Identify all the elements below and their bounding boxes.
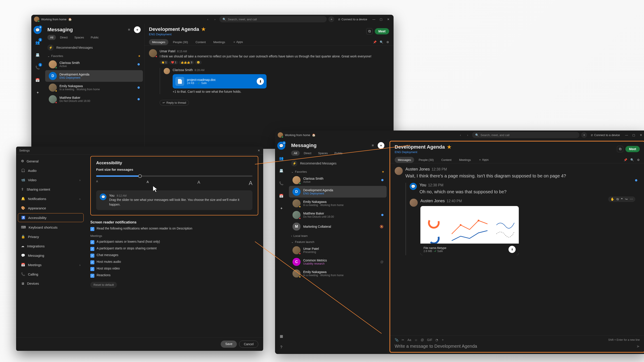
copy-icon[interactable]: ⧉ bbox=[616, 197, 619, 201]
reaction[interactable]: 👏 1 bbox=[160, 60, 168, 64]
gear-icon[interactable]: ⚙ bbox=[637, 158, 640, 162]
slider-handle[interactable] bbox=[138, 174, 142, 178]
quote-icon[interactable]: ❝ bbox=[621, 197, 623, 201]
rail-help-icon[interactable]: ? bbox=[277, 343, 285, 351]
tab-content[interactable]: Content bbox=[192, 39, 209, 45]
tab-people[interactable]: People (30) bbox=[170, 39, 191, 45]
convo-clarissa[interactable]: Clarissa SmithActive bbox=[289, 174, 386, 186]
maximize-icon[interactable]: ▢ bbox=[631, 132, 636, 138]
rail-calls-icon[interactable]: 📞 bbox=[277, 179, 285, 187]
recommended-messages[interactable]: ⚡ Recommended Messages bbox=[44, 43, 144, 52]
rail-chat-icon[interactable]: 💬4 bbox=[277, 142, 285, 150]
feature-launch-section[interactable]: ⌄Feature launch bbox=[288, 238, 388, 245]
search-input[interactable]: 🔍Search, meet, and call bbox=[472, 132, 580, 138]
search-icon[interactable]: 🔍 bbox=[380, 40, 383, 44]
opt-raise-hand[interactable]: ✓A participant raises or lowers hand (ho… bbox=[90, 240, 258, 244]
composer-input[interactable]: Write a message to Development Agenda bbox=[395, 344, 634, 349]
nav-integrations[interactable]: ☁Integrations bbox=[18, 242, 84, 250]
nav-video[interactable]: 📹Video› bbox=[18, 176, 84, 184]
pin-icon[interactable]: 📌 bbox=[624, 158, 627, 162]
reaction[interactable]: ❤️ 1 bbox=[169, 60, 178, 64]
favorites-section[interactable]: ⌄Favorites ★ bbox=[44, 52, 144, 58]
rail-contacts-icon[interactable]: 📇 bbox=[34, 51, 42, 59]
reaction[interactable]: 👍👍👍 3 bbox=[179, 60, 194, 64]
convo-emily-2[interactable]: Emily NakagawaIn a meeting · Working fro… bbox=[289, 268, 386, 279]
pin-icon[interactable]: 📌 bbox=[373, 40, 376, 44]
convo-common-metrics[interactable]: C Common MetricsUsability research @ bbox=[289, 256, 386, 268]
format-icon[interactable]: Aa bbox=[408, 338, 411, 342]
popout-icon[interactable]: ⧉ bbox=[366, 28, 372, 34]
download-icon[interactable]: ⬇ bbox=[257, 78, 264, 85]
gear-icon[interactable]: ⚙ bbox=[386, 40, 389, 44]
connect-device[interactable]: ⎚Connect to a device bbox=[589, 132, 622, 138]
back-arrow-icon[interactable]: ‹ bbox=[458, 132, 463, 138]
reset-button[interactable]: Reset to default bbox=[90, 282, 117, 288]
rail-apps-icon[interactable]: ▦ bbox=[277, 332, 285, 340]
tab-messages[interactable]: Messages bbox=[395, 157, 414, 163]
bitmoji-icon[interactable]: ◔ bbox=[435, 338, 438, 342]
filter-icon[interactable]: ≡ bbox=[126, 26, 132, 33]
back-arrow-icon[interactable]: ‹ bbox=[205, 16, 210, 22]
rail-contacts-icon[interactable]: 📇 bbox=[277, 167, 285, 175]
image-attachment[interactable]: 4226 File name.filetype bbox=[420, 206, 519, 255]
close-icon[interactable]: ✕ bbox=[386, 16, 391, 22]
user-avatar[interactable] bbox=[278, 132, 283, 138]
add-conversation-button[interactable]: ＋ bbox=[134, 26, 141, 33]
convo-dev-agenda[interactable]: D Development AgendaENG Deployment bbox=[45, 70, 143, 82]
search-input[interactable]: 🔍 Search, meet, and call bbox=[219, 16, 327, 22]
filter-spaces[interactable]: Spaces bbox=[315, 151, 330, 156]
filter-all[interactable]: All bbox=[48, 35, 56, 40]
minimize-icon[interactable]: — bbox=[371, 16, 376, 22]
convo-marketing[interactable]: M Marketing Collateral 🔕 bbox=[289, 221, 386, 232]
nav-sharing[interactable]: ⇪Sharing content bbox=[18, 185, 84, 194]
tab-apps[interactable]: ＋ Apps bbox=[476, 156, 492, 163]
tab-meetings[interactable]: Meetings bbox=[210, 39, 228, 45]
nav-notifications[interactable]: 🔔Notifications› bbox=[18, 194, 84, 203]
filter-public[interactable]: Public bbox=[332, 151, 345, 156]
add-conversation-button[interactable]: ＋ bbox=[378, 142, 384, 149]
rail-more-icon[interactable]: ✦ bbox=[34, 88, 42, 96]
plus-button[interactable]: ＋ bbox=[328, 16, 334, 22]
rail-teams-icon[interactable]: 👥1 bbox=[34, 38, 42, 46]
nav-meetings[interactable]: 📅Meetings› bbox=[18, 261, 84, 269]
nav-keyboard[interactable]: ⌨Keyboard shortcuts bbox=[18, 223, 84, 232]
minimize-icon[interactable]: — bbox=[624, 132, 629, 138]
sr-description-checkbox[interactable]: ✓Read the following notifications when s… bbox=[90, 227, 258, 231]
convo-clarissa[interactable]: Clarissa SmithActive bbox=[45, 58, 143, 70]
thread-icon[interactable]: ↪ bbox=[625, 197, 628, 201]
meet-button[interactable]: Meet bbox=[626, 146, 640, 152]
nav-audio[interactable]: 🎧Audio bbox=[18, 166, 84, 175]
forward-arrow-icon[interactable]: › bbox=[465, 132, 470, 138]
filter-public[interactable]: Public bbox=[88, 35, 101, 40]
chat-subtitle[interactable]: ENG Deployment bbox=[395, 150, 452, 154]
download-icon[interactable]: ⬇ bbox=[508, 246, 516, 253]
nav-privacy[interactable]: 🔒Privacy bbox=[18, 232, 84, 241]
hand-icon[interactable]: ✋ bbox=[610, 197, 614, 201]
maximize-icon[interactable]: ▢ bbox=[378, 16, 384, 22]
opt-chat[interactable]: ✓Chat messages bbox=[90, 253, 258, 258]
filter-icon[interactable]: ≡ bbox=[370, 142, 376, 149]
convo-emily[interactable]: Emily NakagawaIn a meeting · Working fro… bbox=[45, 82, 143, 93]
recommended-messages[interactable]: ⚡Recommended Messages bbox=[288, 158, 388, 168]
nav-messaging[interactable]: 💬Messaging bbox=[18, 251, 84, 260]
send-icon[interactable]: ➤ bbox=[636, 344, 640, 349]
tab-messages[interactable]: Messages bbox=[149, 39, 168, 45]
reaction[interactable]: 😄 bbox=[195, 60, 202, 64]
tab-apps[interactable]: ＋ Apps bbox=[230, 39, 246, 45]
gif-icon[interactable]: GIF bbox=[427, 338, 432, 342]
more-icon[interactable]: ⋯ bbox=[630, 197, 633, 201]
cancel-button[interactable]: Cancel bbox=[239, 341, 258, 348]
rail-more-icon[interactable]: ✦ bbox=[277, 204, 285, 212]
search-icon[interactable]: 🔍 bbox=[630, 158, 634, 162]
connect-device[interactable]: ⎚Connect to a device bbox=[336, 17, 370, 22]
opt-stop-video[interactable]: ✓Host stops video bbox=[90, 267, 258, 271]
user-avatar[interactable] bbox=[34, 16, 39, 22]
tab-people[interactable]: People (30) bbox=[416, 157, 437, 163]
convo-umar[interactable]: Umar PatelPresenting bbox=[289, 245, 386, 256]
meet-button[interactable]: Meet bbox=[375, 28, 389, 34]
tab-meetings[interactable]: Meetings bbox=[456, 157, 474, 163]
rail-teams-icon[interactable]: 👥 bbox=[277, 154, 285, 162]
save-button[interactable]: Save bbox=[221, 341, 237, 348]
filter-spaces[interactable]: Spaces bbox=[72, 35, 86, 40]
nav-accessibility[interactable]: ♿Accessibility bbox=[18, 213, 84, 222]
